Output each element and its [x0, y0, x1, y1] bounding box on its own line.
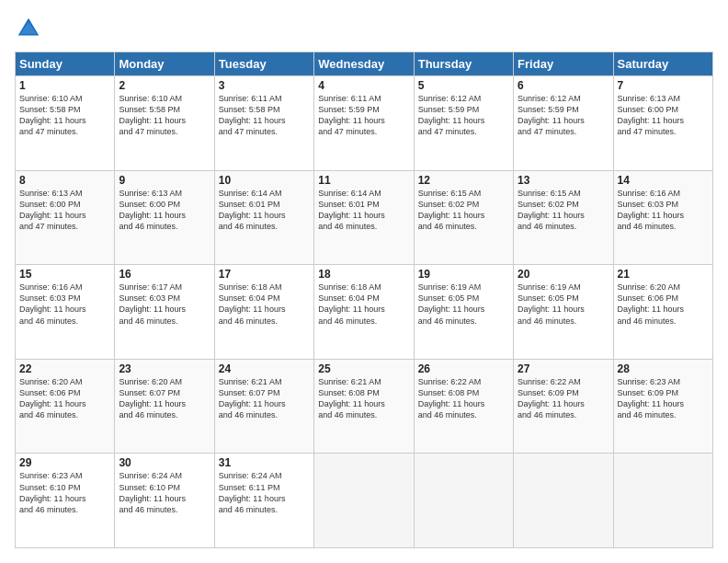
- logo: [15, 15, 46, 42]
- day-number: 3: [219, 79, 310, 92]
- day-info: Sunrise: 6:19 AM Sunset: 6:05 PM Dayligh…: [418, 282, 509, 327]
- day-info: Sunrise: 6:16 AM Sunset: 6:03 PM Dayligh…: [19, 282, 110, 327]
- day-info: Sunrise: 6:18 AM Sunset: 6:04 PM Dayligh…: [219, 282, 310, 327]
- week-row-3: 15Sunrise: 6:16 AM Sunset: 6:03 PM Dayli…: [16, 265, 713, 360]
- day-number: 2: [119, 79, 210, 92]
- day-number: 11: [318, 174, 409, 187]
- day-number: 18: [318, 268, 409, 281]
- day-cell-22: 22Sunrise: 6:20 AM Sunset: 6:06 PM Dayli…: [16, 359, 115, 454]
- day-info: Sunrise: 6:11 AM Sunset: 5:58 PM Dayligh…: [219, 93, 310, 138]
- day-cell-5: 5Sunrise: 6:12 AM Sunset: 5:59 PM Daylig…: [414, 76, 513, 171]
- day-info: Sunrise: 6:16 AM Sunset: 6:03 PM Dayligh…: [618, 188, 709, 233]
- weekday-header-row: SundayMondayTuesdayWednesdayThursdayFrid…: [16, 52, 713, 76]
- week-row-4: 22Sunrise: 6:20 AM Sunset: 6:06 PM Dayli…: [16, 359, 713, 454]
- week-row-5: 29Sunrise: 6:23 AM Sunset: 6:10 PM Dayli…: [16, 454, 713, 548]
- empty-cell: [514, 454, 613, 548]
- day-cell-26: 26Sunrise: 6:22 AM Sunset: 6:08 PM Dayli…: [414, 359, 513, 454]
- day-number: 14: [618, 174, 709, 187]
- day-number: 12: [418, 174, 509, 187]
- page: SundayMondayTuesdayWednesdayThursdayFrid…: [0, 0, 728, 563]
- day-info: Sunrise: 6:18 AM Sunset: 6:04 PM Dayligh…: [318, 282, 409, 327]
- day-cell-9: 9Sunrise: 6:13 AM Sunset: 6:00 PM Daylig…: [115, 170, 214, 265]
- day-number: 4: [318, 79, 409, 92]
- day-info: Sunrise: 6:13 AM Sunset: 6:00 PM Dayligh…: [19, 188, 110, 233]
- weekday-header-saturday: Saturday: [613, 52, 712, 76]
- day-info: Sunrise: 6:12 AM Sunset: 5:59 PM Dayligh…: [418, 93, 509, 138]
- day-info: Sunrise: 6:14 AM Sunset: 6:01 PM Dayligh…: [219, 188, 310, 233]
- day-info: Sunrise: 6:22 AM Sunset: 6:09 PM Dayligh…: [518, 376, 609, 421]
- day-number: 9: [119, 174, 210, 187]
- day-cell-21: 21Sunrise: 6:20 AM Sunset: 6:06 PM Dayli…: [613, 265, 712, 360]
- day-info: Sunrise: 6:20 AM Sunset: 6:06 PM Dayligh…: [19, 376, 110, 421]
- day-cell-14: 14Sunrise: 6:16 AM Sunset: 6:03 PM Dayli…: [613, 170, 712, 265]
- day-info: Sunrise: 6:13 AM Sunset: 6:00 PM Dayligh…: [119, 188, 210, 233]
- weekday-header-tuesday: Tuesday: [214, 52, 313, 76]
- weekday-header-wednesday: Wednesday: [314, 52, 414, 76]
- empty-cell: [414, 454, 513, 548]
- day-info: Sunrise: 6:15 AM Sunset: 6:02 PM Dayligh…: [518, 188, 609, 233]
- day-cell-4: 4Sunrise: 6:11 AM Sunset: 5:59 PM Daylig…: [314, 76, 414, 171]
- empty-cell: [613, 454, 712, 548]
- day-cell-24: 24Sunrise: 6:21 AM Sunset: 6:07 PM Dayli…: [214, 359, 313, 454]
- empty-cell: [314, 454, 414, 548]
- weekday-header-monday: Monday: [115, 52, 214, 76]
- day-cell-11: 11Sunrise: 6:14 AM Sunset: 6:01 PM Dayli…: [314, 170, 414, 265]
- day-number: 16: [119, 268, 210, 281]
- day-info: Sunrise: 6:21 AM Sunset: 6:08 PM Dayligh…: [318, 376, 409, 421]
- day-info: Sunrise: 6:13 AM Sunset: 6:00 PM Dayligh…: [618, 93, 709, 138]
- day-number: 28: [618, 362, 709, 375]
- day-cell-18: 18Sunrise: 6:18 AM Sunset: 6:04 PM Dayli…: [314, 265, 414, 360]
- day-number: 5: [418, 79, 509, 92]
- day-number: 27: [518, 362, 609, 375]
- day-info: Sunrise: 6:24 AM Sunset: 6:11 PM Dayligh…: [219, 470, 310, 515]
- day-cell-13: 13Sunrise: 6:15 AM Sunset: 6:02 PM Dayli…: [514, 170, 613, 265]
- weekday-header-friday: Friday: [514, 52, 613, 76]
- header: [15, 15, 713, 42]
- day-number: 7: [618, 79, 709, 92]
- week-row-1: 1Sunrise: 6:10 AM Sunset: 5:58 PM Daylig…: [16, 76, 713, 171]
- weekday-header-thursday: Thursday: [414, 52, 513, 76]
- day-cell-31: 31Sunrise: 6:24 AM Sunset: 6:11 PM Dayli…: [214, 454, 313, 548]
- day-info: Sunrise: 6:20 AM Sunset: 6:06 PM Dayligh…: [618, 282, 709, 327]
- day-info: Sunrise: 6:12 AM Sunset: 5:59 PM Dayligh…: [518, 93, 609, 138]
- day-info: Sunrise: 6:22 AM Sunset: 6:08 PM Dayligh…: [418, 376, 509, 421]
- day-number: 24: [219, 362, 310, 375]
- day-cell-29: 29Sunrise: 6:23 AM Sunset: 6:10 PM Dayli…: [16, 454, 115, 548]
- day-cell-3: 3Sunrise: 6:11 AM Sunset: 5:58 PM Daylig…: [214, 76, 313, 171]
- day-number: 22: [19, 362, 110, 375]
- day-number: 31: [219, 456, 310, 469]
- day-cell-16: 16Sunrise: 6:17 AM Sunset: 6:03 PM Dayli…: [115, 265, 214, 360]
- day-cell-12: 12Sunrise: 6:15 AM Sunset: 6:02 PM Dayli…: [414, 170, 513, 265]
- day-cell-1: 1Sunrise: 6:10 AM Sunset: 5:58 PM Daylig…: [16, 76, 115, 171]
- day-cell-19: 19Sunrise: 6:19 AM Sunset: 6:05 PM Dayli…: [414, 265, 513, 360]
- day-cell-15: 15Sunrise: 6:16 AM Sunset: 6:03 PM Dayli…: [16, 265, 115, 360]
- day-info: Sunrise: 6:20 AM Sunset: 6:07 PM Dayligh…: [119, 376, 210, 421]
- day-info: Sunrise: 6:14 AM Sunset: 6:01 PM Dayligh…: [318, 188, 409, 233]
- day-number: 13: [518, 174, 609, 187]
- day-info: Sunrise: 6:17 AM Sunset: 6:03 PM Dayligh…: [119, 282, 210, 327]
- day-info: Sunrise: 6:23 AM Sunset: 6:10 PM Dayligh…: [19, 470, 110, 515]
- day-number: 20: [518, 268, 609, 281]
- day-cell-27: 27Sunrise: 6:22 AM Sunset: 6:09 PM Dayli…: [514, 359, 613, 454]
- day-number: 1: [19, 79, 110, 92]
- day-cell-30: 30Sunrise: 6:24 AM Sunset: 6:10 PM Dayli…: [115, 454, 214, 548]
- day-cell-23: 23Sunrise: 6:20 AM Sunset: 6:07 PM Dayli…: [115, 359, 214, 454]
- day-number: 21: [618, 268, 709, 281]
- day-cell-7: 7Sunrise: 6:13 AM Sunset: 6:00 PM Daylig…: [613, 76, 712, 171]
- day-number: 19: [418, 268, 509, 281]
- calendar-table: SundayMondayTuesdayWednesdayThursdayFrid…: [15, 52, 713, 548]
- day-number: 8: [19, 174, 110, 187]
- day-cell-2: 2Sunrise: 6:10 AM Sunset: 5:58 PM Daylig…: [115, 76, 214, 171]
- week-row-2: 8Sunrise: 6:13 AM Sunset: 6:00 PM Daylig…: [16, 170, 713, 265]
- day-cell-10: 10Sunrise: 6:14 AM Sunset: 6:01 PM Dayli…: [214, 170, 313, 265]
- day-info: Sunrise: 6:23 AM Sunset: 6:09 PM Dayligh…: [618, 376, 709, 421]
- day-number: 15: [19, 268, 110, 281]
- day-cell-20: 20Sunrise: 6:19 AM Sunset: 6:05 PM Dayli…: [514, 265, 613, 360]
- day-info: Sunrise: 6:19 AM Sunset: 6:05 PM Dayligh…: [518, 282, 609, 327]
- day-cell-8: 8Sunrise: 6:13 AM Sunset: 6:00 PM Daylig…: [16, 170, 115, 265]
- day-cell-28: 28Sunrise: 6:23 AM Sunset: 6:09 PM Dayli…: [613, 359, 712, 454]
- day-cell-25: 25Sunrise: 6:21 AM Sunset: 6:08 PM Dayli…: [314, 359, 414, 454]
- day-info: Sunrise: 6:11 AM Sunset: 5:59 PM Dayligh…: [318, 93, 409, 138]
- weekday-header-sunday: Sunday: [16, 52, 115, 76]
- day-number: 17: [219, 268, 310, 281]
